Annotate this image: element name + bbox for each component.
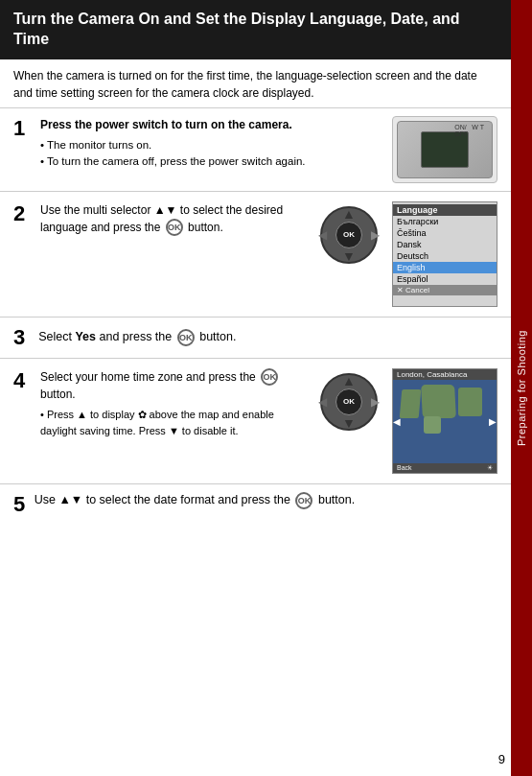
wt-label: W T [472,124,484,137]
map-back-label: Back [397,464,412,472]
ok-button-icon-3: OK [177,329,195,346]
dial-outer-4: ▲ ▼ ◀ ▶ OK [320,373,378,431]
lang-item-1: Čeština [393,227,497,239]
dial-arrow-down: ▼ [342,248,356,264]
lang-item-5: Español [393,273,497,285]
map-screen: London, Casablanca ◀ ▶ Back ☀ [392,368,497,474]
step-3-text: Select Yes and press the OK button. [38,329,236,346]
selector-dial: ▲ ▼ ◀ ▶ OK [315,201,382,269]
step-3-number: 3 [13,325,25,350]
map-arrow-right: ▶ [489,416,497,427]
map-arrow-left: ◀ [393,416,401,427]
ok-button-icon-4: OK [261,368,278,386]
step-4-bullet-1: Press ▲ to display ✿ above the map and e… [40,407,306,438]
cancel-label: Cancel [405,286,429,294]
map-land-4 [424,416,441,434]
page-title: Turn the Camera On and Set the Display L… [13,11,460,47]
camera-body: ON/OFF W T [397,121,493,178]
map-dst-icon: ☀ [487,464,493,472]
step-2-text: Use the multi selector ▲▼ to select the … [40,201,306,237]
yes-label: Yes [75,330,96,343]
lang-item-0: Български [393,216,497,227]
ok-button-icon-2: OK [166,219,183,236]
camera-image: ON/OFF W T [392,116,497,183]
dial-outer: ▲ ▼ ◀ ▶ OK [320,206,378,264]
step-1-bullet-2: To turn the camera off, press the power … [40,153,382,170]
cancel-icon: ✕ [397,286,404,294]
intro-text: When the camera is turned on for the fir… [0,59,511,107]
step-4-content: Select your home time zone and press the… [40,368,497,474]
step-1-text: Press the power switch to turn on the ca… [40,116,382,171]
language-list-header: Language [393,204,497,216]
step-1-content: Press the power switch to turn on the ca… [40,116,497,183]
dial-ok-center-4: OK [335,388,362,415]
language-screen: Language Български Čeština Dansk Deutsch… [392,201,497,307]
step-5: 5 Use ▲▼ to select the date format and p… [0,483,511,525]
dial-ok-center: OK [335,222,362,248]
side-tab: Preparing for Shooting [511,0,532,776]
step-3: 3 Select Yes and press the OK button. [0,317,511,358]
on-off-label: ON/OFF [454,124,468,137]
step-4-bullets: Press ▲ to display ✿ above the map and e… [40,403,306,438]
step-4-text: Select your home time zone and press the… [40,368,306,439]
step-2-number: 2 [13,203,33,224]
step-2: 2 Use the multi selector ▲▼ to select th… [0,191,511,317]
side-tab-label: Preparing for Shooting [516,330,527,446]
main-content: Turn the Camera On and Set the Display L… [0,0,511,776]
dial-arrow-up-4: ▲ [342,373,356,388]
step-1-bullets: The monitor turns on. To turn the camera… [40,133,382,171]
map-footer: Back ☀ [393,463,497,473]
dial-arrow-down-4: ▼ [342,415,356,431]
lang-cancel: ✕ Cancel [393,285,497,295]
map-land-1 [400,389,422,418]
dial-arrow-right-4: ▶ [371,395,380,409]
step-4: 4 Select your home time zone and press t… [0,358,511,483]
lang-item-2: Dansk [393,239,497,250]
step-5-number: 5 [13,492,25,516]
step-1: 1 Press the power switch to turn on the … [0,107,511,191]
lang-item-3: Deutsch [393,250,497,262]
page-number: 9 [498,752,505,766]
step-1-bullet-1: The monitor turns on. [40,137,382,153]
step-2-content: Use the multi selector ▲▼ to select the … [40,201,497,307]
map-area: ◀ ▶ [393,380,497,463]
step-2-heading: Use the multi selector ▲▼ to select the … [40,203,283,234]
step-1-heading: Press the power switch to turn on the ca… [40,118,292,131]
camera-controls: ON/OFF W T [454,124,484,137]
selector-dial-4: ▲ ▼ ◀ ▶ OK [315,368,382,435]
title-block: Turn the Camera On and Set the Display L… [0,0,511,59]
dial-arrow-up: ▲ [342,206,356,222]
dial-arrow-left: ◀ [318,228,327,242]
intro-paragraph: When the camera is turned on for the fir… [13,69,477,100]
dial-arrow-right: ▶ [371,228,380,242]
map-land-3 [458,388,482,416]
dial-arrow-left-4: ◀ [318,395,327,409]
map-header: London, Casablanca [393,369,497,380]
step-4-heading: Select your home time zone and press the… [40,370,280,402]
language-list: Language Български Čeština Dansk Deutsch… [393,202,497,306]
lang-item-4: English [393,262,497,273]
step-5-text: Use ▲▼ to select the date format and pre… [35,493,355,506]
map-city: London, Casablanca [397,370,467,379]
step-1-number: 1 [13,118,33,139]
ok-button-icon-5: OK [295,492,312,509]
step-4-number: 4 [13,370,33,391]
map-land-2 [421,385,456,418]
page-container: Turn the Camera On and Set the Display L… [0,0,532,776]
